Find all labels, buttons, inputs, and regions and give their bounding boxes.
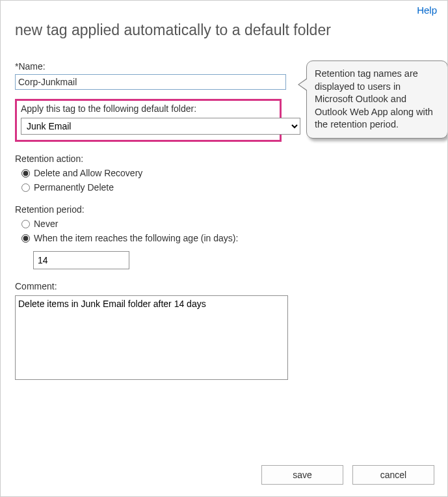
page-title: new tag applied automatically to a defau… — [15, 21, 447, 39]
retention-period-radio-label: Never — [34, 219, 58, 229]
retention-action-label: Retention action: — [15, 154, 288, 164]
default-folder-select[interactable]: Junk Email — [21, 118, 300, 135]
retention-period-option[interactable]: When the item reaches the following age … — [21, 233, 288, 243]
retention-action-radio-permanent-delete[interactable] — [21, 183, 30, 192]
retention-period-radio-never[interactable] — [21, 220, 30, 228]
retention-days-input[interactable] — [33, 251, 129, 269]
retention-action-option[interactable]: Permanently Delete — [21, 182, 288, 193]
retention-period-label: Retention period: — [15, 204, 288, 215]
comment-label: Comment: — [15, 281, 288, 291]
retention-period-radio-age[interactable] — [21, 234, 30, 243]
retention-action-radio-delete-recover[interactable] — [21, 169, 30, 178]
comment-textarea[interactable] — [15, 295, 288, 380]
retention-period-radio-label: When the item reaches the following age … — [34, 233, 238, 243]
retention-period-option[interactable]: Never — [21, 219, 288, 229]
apply-tag-highlight: Apply this tag to the following default … — [15, 99, 282, 142]
comment-section: Comment: — [15, 281, 288, 382]
retention-action-section: Retention action: Delete and Allow Recov… — [15, 154, 288, 193]
retention-period-section: Retention period: Never When the item re… — [15, 204, 288, 269]
save-button[interactable]: save — [261, 465, 343, 485]
dialog-footer: save cancel — [261, 465, 434, 485]
retention-action-option[interactable]: Delete and Allow Recovery — [21, 168, 288, 178]
info-callout: Retention tag names are displayed to use… — [306, 60, 448, 139]
cancel-button[interactable]: cancel — [352, 465, 434, 485]
name-label: *Name: — [15, 61, 288, 72]
retention-action-radio-label: Permanently Delete — [34, 182, 114, 193]
name-input[interactable] — [15, 74, 286, 90]
apply-tag-label: Apply this tag to the following default … — [21, 103, 276, 114]
retention-action-radio-label: Delete and Allow Recovery — [34, 168, 142, 178]
help-link[interactable]: Help — [417, 5, 437, 16]
